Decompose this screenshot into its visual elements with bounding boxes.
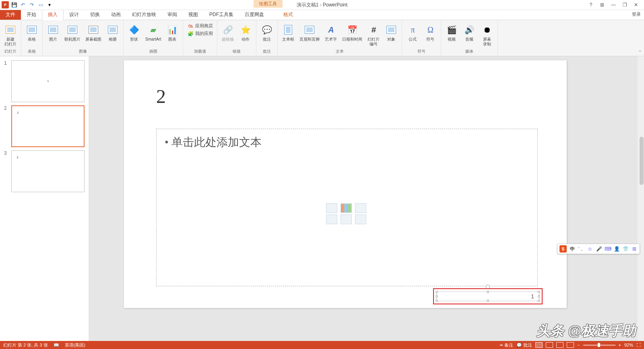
- login-link[interactable]: 登录: [632, 11, 641, 17]
- undo-icon[interactable]: ↶: [19, 1, 27, 8]
- resize-handle-n[interactable]: [487, 291, 489, 293]
- tab-view[interactable]: 视图: [183, 10, 204, 20]
- object-button[interactable]: 对象: [383, 23, 399, 43]
- ime-emoji-icon[interactable]: ☺: [587, 246, 593, 252]
- restore-button[interactable]: ❐: [621, 2, 629, 8]
- symbol-button[interactable]: Ω符号: [422, 23, 438, 43]
- tab-design[interactable]: 设计: [64, 10, 85, 20]
- scroll-thumb[interactable]: [640, 137, 644, 185]
- slide-thumbnail-1[interactable]: 1: [11, 60, 85, 102]
- app-icon[interactable]: P: [2, 1, 9, 8]
- ime-skin-icon[interactable]: 👤: [613, 246, 620, 252]
- zoom-level[interactable]: 92%: [624, 343, 633, 347]
- page-number-textbox[interactable]: 1: [436, 292, 539, 301]
- resize-handle-nw[interactable]: [436, 291, 438, 293]
- normal-view-button[interactable]: [535, 342, 543, 348]
- video-button[interactable]: 🎬视频: [444, 23, 460, 43]
- tab-home[interactable]: 开始: [21, 10, 42, 20]
- insert-chart-icon[interactable]: [341, 203, 352, 213]
- slide-thumbnail-2[interactable]: 2: [11, 105, 85, 147]
- chart-button[interactable]: 📊图表: [164, 23, 180, 43]
- resize-handle-se[interactable]: [538, 300, 540, 302]
- slideshow-icon[interactable]: ▭: [37, 1, 44, 8]
- my-addins-button[interactable]: 🧩我的应用: [186, 30, 215, 37]
- comment-button[interactable]: 💬批注: [259, 23, 275, 43]
- resize-handle-w[interactable]: [436, 295, 438, 298]
- resize-handle-ne[interactable]: [538, 291, 540, 293]
- reading-view-button[interactable]: [556, 342, 564, 348]
- tab-animations[interactable]: 动画: [105, 10, 126, 20]
- resize-handle-s[interactable]: [487, 300, 489, 302]
- slide-title[interactable]: 2: [156, 85, 166, 107]
- save-icon[interactable]: 💾: [10, 1, 18, 8]
- header-footer-button[interactable]: 页眉和页脚: [298, 23, 321, 43]
- vertical-scrollbar[interactable]: [638, 56, 644, 341]
- action-button[interactable]: ⭐动作: [237, 23, 254, 43]
- new-slide-button[interactable]: 新建 幻灯片: [2, 23, 19, 47]
- insert-video-icon[interactable]: [355, 215, 366, 224]
- ime-tool-icon[interactable]: 👕: [622, 246, 629, 252]
- slide-canvas[interactable]: 2 • 单击此处添加文本 1: [124, 60, 567, 308]
- tab-slideshow[interactable]: 幻灯片放映: [126, 10, 162, 20]
- slide-counter[interactable]: 幻灯片 第 2 张, 共 3 张: [3, 342, 48, 348]
- collapse-ribbon-icon[interactable]: ⌃: [638, 50, 642, 54]
- ime-toolbar[interactable]: S 中 '， ☺ 🎤 ⌨ 👤 👕 ⊞: [557, 244, 640, 254]
- audio-button[interactable]: 🔊音频: [461, 23, 477, 43]
- online-pictures-button[interactable]: 联机图片: [63, 23, 82, 43]
- rotation-handle[interactable]: [486, 285, 490, 289]
- sorter-view-button[interactable]: [546, 342, 553, 348]
- notes-button[interactable]: ≐ 备注: [500, 342, 513, 348]
- shapes-button[interactable]: 🔷形状: [126, 23, 142, 43]
- slide-number-button[interactable]: #幻灯片 编号: [365, 23, 382, 47]
- tab-baidu[interactable]: 百度网盘: [239, 10, 270, 20]
- help-button[interactable]: ?: [587, 2, 595, 8]
- tab-file[interactable]: 文件: [0, 10, 21, 20]
- resize-handle-e[interactable]: [538, 295, 540, 298]
- ime-punct-icon[interactable]: '，: [578, 246, 584, 252]
- content-placeholder[interactable]: • 单击此处添加文本: [156, 129, 538, 286]
- minimize-button[interactable]: —: [609, 2, 617, 8]
- comments-button[interactable]: 💬 批注: [516, 342, 532, 348]
- smartart-button[interactable]: ▰SmartArt: [144, 23, 163, 43]
- thumb-row-1: 1 1: [0, 59, 89, 104]
- ribbon-options-button[interactable]: ⊞: [598, 2, 606, 8]
- ime-menu-icon[interactable]: ⊞: [631, 246, 638, 252]
- pictures-button[interactable]: 图片: [45, 23, 61, 43]
- zoom-slider[interactable]: [583, 345, 615, 346]
- ime-logo-icon[interactable]: S: [559, 245, 567, 253]
- datetime-button[interactable]: 📅日期和时间: [341, 23, 364, 43]
- qat-customize-icon[interactable]: ▾: [46, 1, 53, 8]
- screen-recording-button[interactable]: ⏺屏幕 录制: [479, 23, 495, 47]
- tab-transitions[interactable]: 切换: [85, 10, 105, 20]
- language-indicator[interactable]: 英语(美国): [65, 342, 85, 348]
- wordart-button[interactable]: A艺术字: [323, 23, 339, 43]
- slide-thumbnail-3[interactable]: 3: [11, 150, 85, 192]
- table-button[interactable]: 表格: [24, 23, 40, 43]
- redo-icon[interactable]: ↷: [28, 1, 35, 8]
- zoom-out-button[interactable]: −: [577, 343, 580, 347]
- tab-pdf[interactable]: PDF工具集: [204, 10, 239, 20]
- photo-album-button[interactable]: 相册: [105, 23, 121, 43]
- insert-table-icon[interactable]: [326, 203, 337, 213]
- fit-to-window-button[interactable]: ⛶: [636, 343, 641, 347]
- store-button[interactable]: 🛍应用商店: [186, 23, 215, 30]
- slideshow-view-button[interactable]: [567, 342, 574, 348]
- zoom-slider-handle[interactable]: [598, 343, 600, 347]
- spellcheck-icon[interactable]: 📖: [54, 343, 59, 348]
- hyperlink-button[interactable]: 🔗超链接: [220, 23, 236, 43]
- insert-picture-icon[interactable]: [326, 215, 337, 224]
- ime-keyboard-icon[interactable]: ⌨: [605, 246, 611, 252]
- insert-smartart-icon[interactable]: [355, 203, 366, 213]
- tab-format[interactable]: 格式: [278, 10, 299, 20]
- zoom-in-button[interactable]: +: [619, 343, 621, 347]
- tab-review[interactable]: 审阅: [162, 10, 183, 20]
- insert-online-picture-icon[interactable]: [341, 215, 352, 224]
- equation-button[interactable]: π公式: [405, 23, 421, 43]
- ime-lang-icon[interactable]: 中: [569, 246, 576, 252]
- textbox-button[interactable]: 文本框: [280, 23, 296, 43]
- ime-voice-icon[interactable]: 🎤: [596, 246, 602, 252]
- tab-insert[interactable]: 插入: [42, 9, 64, 20]
- screenshot-button[interactable]: 屏幕截图: [84, 23, 103, 43]
- resize-handle-sw[interactable]: [436, 300, 438, 302]
- close-button[interactable]: ✕: [632, 2, 640, 8]
